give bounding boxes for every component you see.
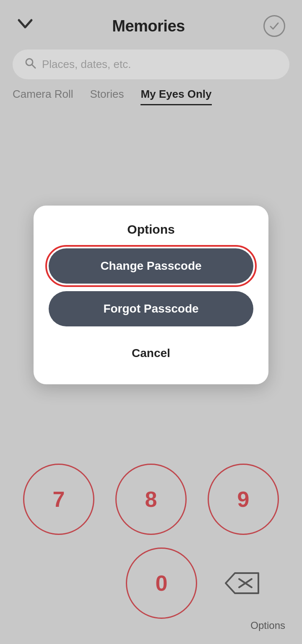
- dialog-title: Options: [49, 222, 253, 237]
- change-passcode-button[interactable]: Change Passcode: [49, 248, 253, 284]
- page-title: Memories: [112, 17, 185, 35]
- keypad-key-0[interactable]: 0: [126, 548, 197, 619]
- tab-bar: Camera Roll Stories My Eyes Only: [0, 88, 302, 105]
- tab-my-eyes-only[interactable]: My Eyes Only: [141, 88, 211, 105]
- tab-camera-roll[interactable]: Camera Roll: [13, 88, 73, 105]
- bottom-options-label[interactable]: Options: [250, 620, 285, 631]
- search-placeholder: Places, dates, etc.: [42, 58, 131, 71]
- select-button[interactable]: [263, 15, 285, 37]
- keypad-key-9[interactable]: 9: [208, 464, 279, 535]
- tab-stories[interactable]: Stories: [90, 88, 124, 105]
- forgot-passcode-button[interactable]: Forgot Passcode: [49, 291, 253, 326]
- search-bar[interactable]: Places, dates, etc.: [13, 50, 289, 79]
- delete-key[interactable]: [217, 566, 267, 600]
- cancel-button[interactable]: Cancel: [49, 337, 253, 369]
- svg-line-1: [32, 65, 35, 68]
- options-dialog: Options Change Passcode Forgot Passcode …: [34, 206, 268, 384]
- keypad: 7 8 9 0: [0, 464, 302, 619]
- keypad-row-2: 0: [13, 548, 289, 619]
- keypad-key-8[interactable]: 8: [115, 464, 187, 535]
- search-icon: [24, 57, 36, 72]
- header: Memories: [0, 0, 302, 45]
- chevron-down-icon[interactable]: [17, 18, 34, 34]
- keypad-row-1: 7 8 9: [13, 464, 289, 535]
- keypad-key-7[interactable]: 7: [23, 464, 94, 535]
